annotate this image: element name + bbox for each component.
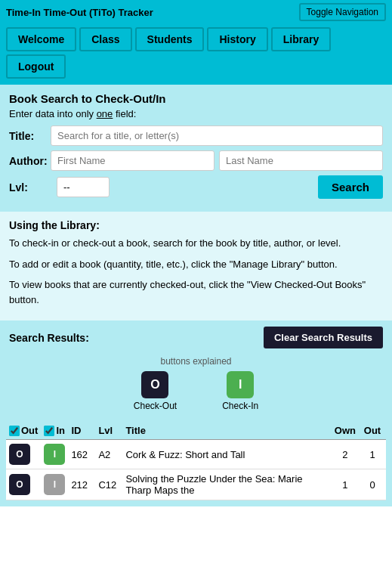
row-title: Cork & Fuzz: Short and Tall (122, 440, 331, 469)
checkin-icon: I (227, 371, 254, 398)
th-lvl: Lvl (95, 422, 122, 440)
author-first-input[interactable] (51, 150, 215, 171)
clear-search-button[interactable]: Clear Search Results (264, 327, 383, 348)
top-bar: Time-In Time-Out (TiTo) Tracker Toggle N… (0, 0, 392, 24)
checkout-icon-item: O Check-Out (134, 371, 177, 411)
info-para-3: To view books that are currently checked… (9, 277, 383, 307)
search-subtitle-suffix: field: (113, 108, 136, 119)
author-label: Author: (9, 155, 51, 167)
table-header-row: Out In ID Lvl Title Own Out (6, 422, 386, 440)
btn-icons-row: O Check-Out I Check-In (9, 371, 383, 411)
row-lvl: C12 (95, 469, 122, 500)
lvl-label: Lvl: (9, 181, 51, 194)
title-input[interactable] (51, 125, 383, 146)
nav-class-button[interactable]: Class (79, 27, 131, 51)
author-row: Author: (9, 150, 383, 171)
nav-library-button[interactable]: Library (271, 27, 331, 51)
search-title: Book Search to Check-Out/In (9, 92, 383, 105)
row-checkout-button[interactable]: O (9, 474, 30, 495)
checkin-label: Check-In (222, 401, 258, 411)
row-own: 1 (332, 469, 359, 500)
search-section: Book Search to Check-Out/In Enter data i… (0, 85, 392, 211)
results-header: Search Results: Clear Search Results (9, 327, 383, 348)
th-out: Out (6, 422, 41, 440)
buttons-explained-label: buttons explained (9, 356, 383, 367)
search-button[interactable]: Search (318, 175, 383, 199)
row-checkin-button[interactable]: I (44, 444, 65, 465)
th-out-count: Out (359, 422, 386, 440)
logout-button[interactable]: Logout (6, 54, 66, 79)
table-row: OI162A2Cork & Fuzz: Short and Tall21 (6, 440, 386, 469)
row-out-count: 1 (359, 440, 386, 469)
th-own: Own (332, 422, 359, 440)
info-title: Using the Library: (9, 219, 383, 231)
row-id: 212 (68, 469, 95, 500)
app-title: Time-In Time-Out (TiTo) Tracker (6, 7, 153, 18)
logout-bar: Logout (0, 51, 392, 85)
nav-history-button[interactable]: History (207, 27, 267, 51)
buttons-explained-section: buttons explained O Check-Out I Check-In (0, 356, 392, 422)
info-para-2: To add or edit a book (quantity, title, … (9, 257, 383, 272)
nav-welcome-button[interactable]: Welcome (6, 27, 76, 51)
nav-bar: Welcome Class Students History Library (0, 24, 392, 51)
nav-students-button[interactable]: Students (135, 27, 205, 51)
row-own: 2 (332, 440, 359, 469)
row-out-count: 0 (359, 469, 386, 500)
toggle-nav-button[interactable]: Toggle Navigation (299, 3, 386, 21)
checkout-icon: O (141, 371, 168, 398)
title-row: Title: (9, 125, 383, 146)
th-id: ID (68, 422, 95, 440)
row-id: 162 (68, 440, 95, 469)
checkin-icon-item: I Check-In (222, 371, 258, 411)
lvl-input[interactable] (57, 177, 110, 197)
row-checkin-button[interactable]: I (44, 474, 65, 495)
th-in: In (41, 422, 68, 440)
author-last-input[interactable] (219, 150, 383, 171)
title-label: Title: (9, 130, 51, 142)
out-checkbox-label[interactable]: Out (9, 425, 38, 436)
table-row: OI212C12Solving the Puzzle Under the Sea… (6, 469, 386, 500)
th-title: Title (122, 422, 331, 440)
in-checkbox-label[interactable]: In (44, 425, 65, 436)
row-lvl: A2 (95, 440, 122, 469)
search-subtitle: Enter data into only one field: (9, 108, 383, 119)
row-title: Solving the Puzzle Under the Sea: Marie … (122, 469, 331, 500)
info-para-1: To check-in or check-out a book, search … (9, 236, 383, 251)
results-table: Out In ID Lvl Title Own Out OI162A2Cork … (0, 422, 392, 506)
lvl-row: Lvl: Search (9, 175, 383, 199)
results-section: Search Results: Clear Search Results (0, 321, 392, 356)
search-subtitle-underline: one (97, 108, 113, 119)
results-label: Search Results: (9, 332, 89, 344)
checkout-label: Check-Out (134, 401, 177, 411)
out-checkbox[interactable] (9, 426, 20, 436)
search-subtitle-prefix: Enter data into only (9, 108, 97, 119)
row-checkout-button[interactable]: O (9, 444, 30, 465)
info-section: Using the Library: To check-in or check-… (0, 211, 392, 321)
in-checkbox[interactable] (44, 426, 54, 436)
